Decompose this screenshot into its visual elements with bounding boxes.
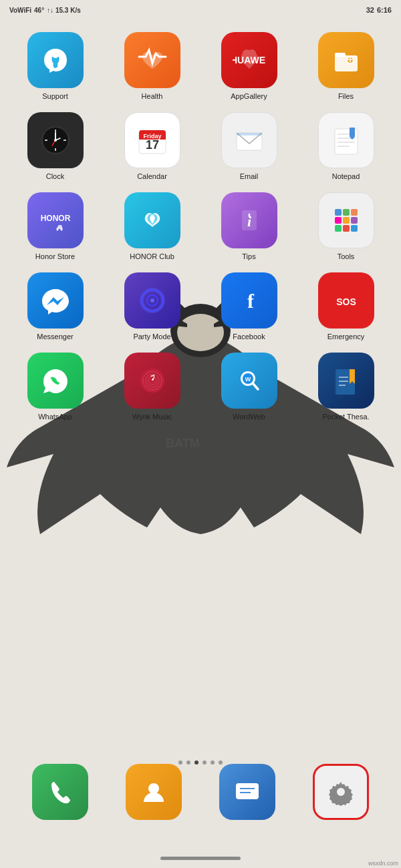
status-bar: VoWiFi 46° ↑↓ 15.3 K/s 32 6:16: [0, 0, 401, 19]
svg-rect-34: [350, 128, 355, 137]
app-support[interactable]: Support: [7, 25, 104, 105]
svg-point-77: [337, 788, 345, 796]
dock-messages[interactable]: [219, 764, 275, 820]
svg-rect-46: [343, 217, 350, 224]
app-wordweb-label: WordWeb: [233, 413, 265, 421]
svg-line-64: [253, 384, 258, 389]
app-notepad[interactable]: Notepad: [297, 105, 394, 186]
app-partymode[interactable]: Party Mode: [104, 266, 200, 346]
app-emergency[interactable]: SOS Emergency: [297, 266, 394, 346]
svg-text:W: W: [245, 376, 251, 383]
app-notepad-label: Notepad: [332, 172, 360, 180]
app-wynkmusic-label: Wynk Music: [132, 413, 172, 421]
app-files[interactable]: Files: [297, 25, 394, 105]
svg-rect-47: [351, 217, 358, 224]
svg-rect-44: [351, 209, 358, 216]
svg-point-71: [148, 783, 159, 794]
app-support-label: Support: [42, 92, 68, 100]
svg-rect-50: [351, 225, 358, 232]
app-partymode-label: Party Mode: [133, 333, 170, 341]
svg-text:SOS: SOS: [336, 296, 356, 307]
home-indicator[interactable]: [160, 857, 241, 860]
vowifi-icon: VoWiFi: [9, 7, 31, 14]
svg-point-21: [54, 139, 57, 142]
svg-text:BATM: BATM: [166, 437, 200, 450]
dock: [0, 756, 401, 828]
app-health-label: Health: [142, 92, 163, 100]
app-appgallery[interactable]: HUAWEI AppGallery: [200, 25, 297, 105]
svg-text:f: f: [247, 290, 255, 312]
svg-rect-7: [335, 55, 358, 71]
app-calendar[interactable]: Friday 17 Calendar: [104, 105, 200, 186]
app-messenger-label: Messenger: [37, 333, 73, 341]
app-emergency-label: Emergency: [327, 333, 365, 341]
battery-level: 32: [366, 6, 374, 14]
app-calendar-label: Calendar: [137, 172, 167, 180]
app-honorclub-label: HONOR Club: [130, 252, 174, 260]
dock-contacts[interactable]: [126, 764, 182, 820]
app-appgallery-label: AppGallery: [231, 92, 267, 100]
app-facebook-label: Facebook: [233, 333, 265, 341]
app-facebook[interactable]: f Facebook: [200, 266, 297, 346]
app-honorstore-label: Honor Store: [35, 252, 75, 260]
app-wordweb[interactable]: W WordWeb: [200, 346, 297, 426]
signal-strength: 46°: [34, 7, 44, 14]
app-pocket[interactable]: Pocket Thesa.: [297, 346, 394, 426]
svg-point-37: [56, 229, 58, 231]
app-messenger[interactable]: Messenger: [7, 266, 104, 346]
app-honorclub[interactable]: HONOR Club: [104, 186, 200, 266]
app-clock[interactable]: Clock: [7, 105, 104, 186]
svg-rect-43: [343, 209, 350, 216]
app-tips-label: Tips: [242, 252, 255, 260]
svg-rect-48: [335, 225, 342, 232]
dock-phone[interactable]: [32, 764, 88, 820]
app-email[interactable]: Email: [200, 105, 297, 186]
time-display: 6:16: [377, 6, 392, 14]
status-right: 32 6:16: [366, 6, 392, 14]
svg-text:HONOR: HONOR: [40, 214, 70, 223]
svg-rect-42: [335, 209, 342, 216]
status-left: VoWiFi 46° ↑↓ 15.3 K/s: [9, 7, 81, 14]
svg-point-54: [150, 298, 154, 302]
app-honorstore[interactable]: HONOR Honor Store: [7, 186, 104, 266]
svg-rect-45: [335, 217, 342, 224]
svg-point-38: [60, 229, 62, 231]
app-whatsapp-label: WhatsApp: [38, 413, 72, 421]
dock-settings[interactable]: [313, 764, 369, 820]
app-health[interactable]: Health: [104, 25, 200, 105]
svg-rect-28: [237, 133, 262, 136]
app-tools[interactable]: Tools: [297, 186, 394, 266]
app-pocket-label: Pocket Thesa.: [322, 413, 369, 421]
watermark: wsxdn.com: [366, 859, 401, 868]
app-clock-label: Clock: [46, 172, 65, 180]
svg-rect-8: [335, 53, 346, 57]
app-tools-label: Tools: [338, 252, 355, 260]
svg-rect-49: [343, 225, 350, 232]
svg-text:17: 17: [145, 138, 158, 152]
app-whatsapp[interactable]: WhatsApp: [7, 346, 104, 426]
app-files-label: Files: [338, 92, 354, 100]
app-email-label: Email: [240, 172, 259, 180]
data-speed: ↑↓ 15.3 K/s: [47, 7, 81, 14]
app-grid: Support Health HUAWEI AppGallery: [0, 19, 401, 426]
app-wynkmusic[interactable]: Wynk Music: [104, 346, 200, 426]
svg-point-5: [53, 53, 58, 58]
app-tips[interactable]: i Tips: [200, 186, 297, 266]
